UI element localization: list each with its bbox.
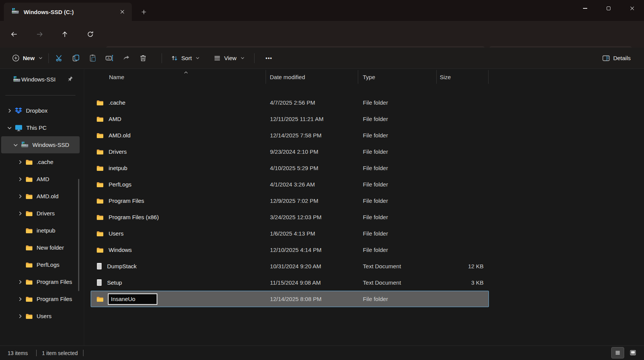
- sidebar-item-new-folder[interactable]: New folder: [1, 239, 80, 256]
- sidebar-item-amd-old[interactable]: AMD.old: [1, 188, 80, 205]
- file-row-drivers[interactable]: Drivers9/23/2024 2:10 PMFile folder: [91, 143, 489, 160]
- sidebar-item-label: .cache: [37, 159, 53, 165]
- share-button[interactable]: [118, 51, 135, 65]
- sidebar-item-this-pc[interactable]: This PC: [1, 119, 80, 136]
- cut-button[interactable]: [51, 51, 68, 65]
- chevron-down-icon: [38, 56, 43, 60]
- file-row-inetpub[interactable]: inetpub4/10/2025 5:29 PMFile folder: [91, 160, 489, 176]
- forward-button[interactable]: [33, 28, 46, 40]
- file-name: Program Files: [109, 198, 144, 204]
- file-type: File folder: [358, 291, 437, 307]
- refresh-button[interactable]: [84, 28, 97, 40]
- sidebar-item-windows-ssd[interactable]: Windows-SSD: [1, 136, 80, 153]
- column-header-size[interactable]: Size: [437, 70, 489, 84]
- file-name: Users: [109, 230, 123, 237]
- file-row--cache[interactable]: .cache4/7/2025 2:56 PMFile folder: [91, 94, 489, 111]
- file-type: File folder: [358, 193, 437, 209]
- file-date-modified: 4/10/2025 5:29 PM: [266, 160, 359, 176]
- new-button[interactable]: New: [8, 51, 46, 65]
- file-row-dumpstack[interactable]: DumpStack10/31/2024 9:20 AMText Document…: [91, 258, 489, 274]
- sidebar-item-perflogs[interactable]: PerfLogs: [1, 256, 80, 273]
- back-button[interactable]: [8, 28, 21, 40]
- explorer-tab[interactable]: Windows-SSD (C:): [4, 3, 132, 21]
- file-row-users[interactable]: Users1/6/2025 4:13 PMFile folder: [91, 225, 489, 242]
- sidebar-separator: [5, 95, 75, 96]
- delete-button[interactable]: [135, 51, 152, 65]
- refresh-icon: [87, 30, 94, 38]
- close-icon: [630, 6, 635, 11]
- chevron-down-icon: [240, 56, 245, 60]
- sidebar-item-label: Windows-SSD: [32, 142, 69, 148]
- file-row-program-files-x86-[interactable]: Program Files (x86)3/24/2025 12:03 PMFil…: [91, 209, 489, 225]
- status-divider: [83, 350, 83, 356]
- back-icon: [10, 30, 18, 38]
- file-date-modified: 1/6/2025 4:13 PM: [266, 226, 359, 241]
- thumbnail-view-toggle[interactable]: [626, 347, 639, 358]
- close-button[interactable]: [620, 0, 644, 17]
- file-row-amd[interactable]: AMD12/11/2025 11:21 AMFile folder: [91, 111, 489, 127]
- paste-button[interactable]: [85, 51, 101, 65]
- sidebar-item-dropbox[interactable]: Dropbox: [1, 102, 80, 119]
- chevron-right-icon[interactable]: [17, 194, 23, 199]
- minimize-button[interactable]: [573, 0, 597, 17]
- new-tab-button[interactable]: [138, 6, 149, 18]
- chevron-right-icon[interactable]: [17, 314, 23, 319]
- file-row-insaneuo[interactable]: 12/14/2025 8:08 PMFile folder: [91, 291, 489, 307]
- document-icon: [96, 263, 102, 270]
- sidebar-item-drivers[interactable]: Drivers: [1, 205, 80, 222]
- copy-button[interactable]: [68, 51, 85, 65]
- trash-icon: [139, 54, 147, 62]
- details-pane-button[interactable]: Details: [599, 51, 634, 65]
- sidebar-pinned-drive[interactable]: Windows-SSI: [2, 72, 78, 86]
- details-pane-icon: [602, 54, 610, 62]
- file-row-program-files[interactable]: Program Files12/9/2025 7:02 PMFile folde…: [91, 193, 489, 209]
- up-button[interactable]: [58, 28, 71, 40]
- window-controls: [573, 0, 644, 17]
- file-explorer-window: Windows-SSD (C:): [0, 0, 644, 360]
- chevron-right-icon[interactable]: [6, 108, 13, 113]
- column-header-name[interactable]: Name: [91, 70, 266, 84]
- chevron-right-icon[interactable]: [17, 211, 23, 216]
- file-row-amd-old[interactable]: AMD.old12/14/2025 7:58 PMFile folder: [91, 127, 489, 143]
- navigation-bar: This PC Windows-SSD (C:): [0, 21, 644, 48]
- details-view-toggle[interactable]: [611, 347, 624, 358]
- column-header-type[interactable]: Type: [358, 70, 437, 84]
- sort-button[interactable]: Sort: [167, 51, 203, 65]
- details-view-icon: [614, 349, 621, 356]
- sidebar-item-program-files[interactable]: Program Files: [1, 273, 80, 290]
- status-divider: [36, 350, 37, 356]
- file-date-modified: 10/31/2024 9:20 AM: [266, 258, 359, 274]
- sidebar-scrollbar[interactable]: [78, 179, 79, 291]
- sidebar-item--cache[interactable]: .cache: [1, 153, 80, 170]
- sidebar-item-program-files[interactable]: Program Files: [1, 290, 80, 307]
- file-row-setup[interactable]: Setup11/15/2024 9:08 AMText Document3 KB: [91, 274, 489, 291]
- rename-input[interactable]: [108, 293, 157, 305]
- chevron-right-icon[interactable]: [17, 160, 23, 164]
- sidebar-item-amd[interactable]: AMD: [1, 170, 80, 188]
- chevron-right-icon[interactable]: [17, 297, 23, 301]
- file-row-perflogs[interactable]: PerfLogs4/1/2024 3:26 AMFile folder: [91, 176, 489, 193]
- file-size: [437, 193, 489, 209]
- chevron-down-icon[interactable]: [13, 143, 19, 147]
- chevron-right-icon[interactable]: [17, 177, 23, 182]
- file-size: 3 KB: [437, 275, 489, 290]
- chevron-right-icon[interactable]: [17, 280, 23, 284]
- column-header-date-modified[interactable]: Date modified: [266, 70, 358, 84]
- sidebar-item-users[interactable]: Users: [1, 307, 80, 325]
- folder-icon: [96, 296, 104, 302]
- sidebar-tree: DropboxThis PCWindows-SSD.cacheAMDAMD.ol…: [0, 102, 81, 325]
- chevron-down-icon[interactable]: [6, 126, 13, 130]
- rename-button[interactable]: A: [101, 51, 118, 65]
- paste-icon: [89, 54, 97, 62]
- more-options-button[interactable]: •••: [261, 51, 277, 65]
- chevron-down-icon: [195, 56, 200, 60]
- view-button[interactable]: View: [210, 51, 248, 65]
- file-row-windows[interactable]: Windows12/10/2025 4:14 PMFile folder: [91, 242, 489, 258]
- column-headers: Name Date modified Type Size: [91, 70, 489, 84]
- sidebar-item-label: Program Files: [37, 279, 72, 285]
- file-rows: .cache4/7/2025 2:56 PMFile folderAMD12/1…: [91, 94, 489, 307]
- forward-icon: [36, 30, 43, 38]
- sidebar-item-inetpub[interactable]: inetpub: [1, 222, 80, 239]
- tab-close-icon[interactable]: [117, 6, 128, 18]
- maximize-button[interactable]: [597, 0, 620, 17]
